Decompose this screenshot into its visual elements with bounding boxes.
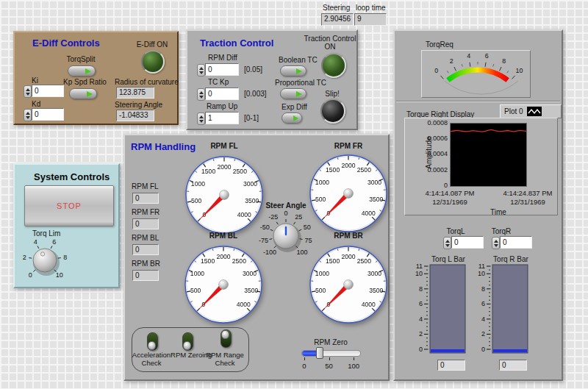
rpm-handling-panel: RPM Handling RPM FL 0 RPM FR 0 RPM BL 0 … <box>123 134 390 381</box>
svg-text:6: 6 <box>481 300 485 307</box>
exp-diff-switch[interactable] <box>282 113 302 124</box>
svg-text:3000: 3000 <box>368 270 381 277</box>
ramp-up-input[interactable]: 1 <box>205 112 239 124</box>
svg-text:0: 0 <box>481 346 485 353</box>
plot-legend[interactable]: Plot 0 <box>500 104 562 118</box>
traction-on-line2: ON <box>325 43 336 51</box>
switch-knob <box>183 341 191 350</box>
system-controls-panel: System Controls STOP Torq Lim 0246810 <box>13 163 120 288</box>
svg-text:0: 0 <box>434 67 438 74</box>
kd-spinner[interactable] <box>24 109 32 121</box>
rpm-range-check-switch[interactable] <box>220 329 232 348</box>
legend-label: Plot 0 <box>504 107 523 115</box>
slider-tick-label: 100 <box>348 362 359 370</box>
rpm-diff-hint: [0.05] <box>244 65 262 74</box>
svg-text:50: 50 <box>304 224 311 231</box>
chart-line <box>451 124 526 186</box>
svg-text:10: 10 <box>478 270 485 277</box>
svg-text:4000: 4000 <box>362 301 376 308</box>
tc-kp-label: TC Kp <box>208 78 229 86</box>
svg-text:1000: 1000 <box>190 270 204 277</box>
ramp-up-spinner[interactable] <box>197 113 205 125</box>
svg-text:500: 500 <box>190 287 201 294</box>
steer-angle-knob[interactable]: -100-75-50-250255075100 <box>253 203 319 269</box>
svg-text:1000: 1000 <box>191 180 205 188</box>
svg-text:1500: 1500 <box>201 257 215 265</box>
ki-spinner[interactable] <box>24 85 32 98</box>
stop-button[interactable]: STOP <box>24 185 114 226</box>
x-axis-label: Time <box>469 208 528 216</box>
ediff-title: E-Diff Controls <box>32 38 100 49</box>
svg-text:0: 0 <box>419 346 423 353</box>
right-display-panel: TorqReq 0246810 Torque Right Display Plo… <box>393 29 563 381</box>
svg-text:1000: 1000 <box>315 179 329 186</box>
boolean-tc-switch[interactable] <box>280 65 306 76</box>
rpm-fl-indicator: 0 <box>132 193 159 204</box>
svg-text:4000: 4000 <box>362 210 376 217</box>
waveform-chart <box>450 123 527 187</box>
torq-lim-knob[interactable]: 0246810 <box>21 235 82 288</box>
svg-text:2: 2 <box>23 254 26 261</box>
slider-tick <box>354 357 354 360</box>
svg-text:6: 6 <box>419 300 423 307</box>
rpm-diff-input[interactable]: 0 <box>205 63 239 76</box>
ki-input[interactable]: 0 <box>32 85 64 97</box>
svg-text:2000: 2000 <box>217 163 231 171</box>
torq-r-bar-label: Torq R Bar <box>481 255 540 263</box>
torql-input[interactable]: 0 <box>451 236 484 249</box>
tc-kp-spinner[interactable] <box>197 88 205 101</box>
svg-text:4: 4 <box>34 238 37 246</box>
svg-text:2: 2 <box>450 57 453 65</box>
rpm-zero-scale: 050100 <box>301 357 359 372</box>
loop-time-indicator: 9 <box>354 13 387 26</box>
torq-l-bar-label: Torq L Bar <box>419 255 478 263</box>
radius-indicator: 123.875 <box>116 87 154 99</box>
section-divider <box>396 101 560 102</box>
kp-spd-ratio-switch[interactable] <box>69 88 97 99</box>
traction-on-line1: Traction Control <box>304 35 356 43</box>
svg-text:6: 6 <box>52 238 56 246</box>
svg-text:11: 11 <box>416 263 423 270</box>
svg-text:2000: 2000 <box>341 253 355 260</box>
rpm-zeroing-switch[interactable] <box>182 332 193 351</box>
torql-spinner[interactable] <box>443 237 451 249</box>
svg-text:6: 6 <box>485 52 489 60</box>
tc-kp-input[interactable]: 0 <box>205 88 239 100</box>
steering-angle-indicator: -1.04833 <box>116 110 154 121</box>
acceleration-check-switch[interactable] <box>147 332 158 351</box>
svg-text:1500: 1500 <box>326 257 340 265</box>
svg-text:1000: 1000 <box>315 270 329 277</box>
steering-angle-label: Steering Angle <box>115 101 162 109</box>
traction-title: Traction Control <box>200 38 273 49</box>
steering-label: Steering <box>323 4 350 12</box>
torqr-label: TorqR <box>479 227 523 235</box>
plot-waveform-icon <box>527 107 542 116</box>
rpm-diff-label: RPM Diff <box>208 54 237 62</box>
rpm-br-indicator: 0 <box>132 270 159 281</box>
kd-input[interactable]: 0 <box>32 108 64 121</box>
svg-text:3000: 3000 <box>368 179 381 186</box>
torq-l-bar: 024681011 <box>411 263 470 357</box>
svg-text:8: 8 <box>63 254 67 261</box>
proportional-tc-switch[interactable] <box>280 88 306 99</box>
svg-text:4: 4 <box>467 52 470 60</box>
svg-text:3000: 3000 <box>243 180 257 188</box>
torqr-input[interactable]: 0 <box>500 236 532 249</box>
svg-text:3500: 3500 <box>369 287 383 294</box>
gauge-fr-label: RPM FR <box>308 142 389 150</box>
svg-text:25: 25 <box>295 213 302 221</box>
exp-diff-label: Exp Diff <box>282 103 307 111</box>
torqr-spinner[interactable] <box>492 237 500 249</box>
svg-text:8: 8 <box>419 285 423 293</box>
rpm-zero-slider[interactable] <box>301 350 361 357</box>
steering-indicator: 2.90456 <box>321 13 354 26</box>
svg-text:4000: 4000 <box>237 301 251 308</box>
torqsplit-switch[interactable] <box>68 65 96 76</box>
rpm-diff-spinner[interactable] <box>197 64 205 76</box>
svg-text:2500: 2500 <box>232 257 246 265</box>
ediff-on-label: E-Diff ON <box>126 40 178 49</box>
ediff-controls-panel: E-Diff Controls E-Diff ON TorqSplit Ki 0… <box>13 31 179 125</box>
switch-label-line: RPM Range <box>206 351 244 359</box>
svg-text:2500: 2500 <box>233 168 247 175</box>
slip-label: Slip! <box>314 90 351 98</box>
